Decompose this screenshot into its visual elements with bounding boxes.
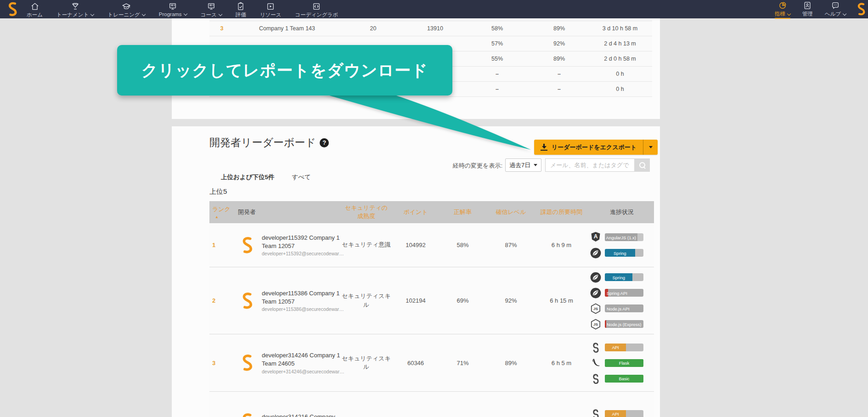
column-header-time[interactable]: 課題の所要時間	[535, 208, 588, 216]
scw-logo-icon[interactable]	[5, 1, 20, 17]
leaderboard-header-row: ランク ▲ 開発者 セキュリティの成熟度 ポイント 正解率 確信レベル 課題の所…	[209, 201, 654, 223]
developer-email: developer+115392@securecodewar…	[262, 251, 344, 256]
nav-item-admin[interactable]: 管理	[802, 0, 813, 19]
user-avatar[interactable]	[854, 2, 868, 17]
nav-item-training[interactable]: トレーニング	[107, 0, 145, 18]
resources-icon	[266, 2, 275, 11]
period-filter-label: 経時の変更を表示:	[401, 162, 502, 170]
tournament-icon	[71, 2, 80, 11]
search-input[interactable]	[545, 158, 634, 172]
progress-pill: Spring	[605, 249, 643, 257]
nav-item-courses[interactable]: コース	[201, 0, 222, 18]
nav-item-coding-labs[interactable]: コーディングラボ	[295, 0, 338, 18]
python-icon	[590, 408, 602, 417]
progress-badge: Basic	[590, 371, 654, 386]
maturity-cell: セキュリティ意識	[340, 241, 393, 249]
time-cell: 6 h 5 m	[535, 360, 588, 366]
progress-badge: JS Node.js API	[590, 301, 654, 316]
spring-icon	[590, 247, 602, 259]
nav-item-home[interactable]: ホーム	[27, 0, 43, 18]
tooltip-callout: クリックしてレポートをダウンロード	[117, 45, 452, 96]
progress-badge: API	[590, 339, 654, 355]
nav-item-programs[interactable]: Programs	[159, 0, 187, 18]
section-label-top5: 上位5	[209, 187, 227, 196]
developer-name: developer115386 Company 1	[262, 289, 344, 298]
column-header-points[interactable]: ポイント	[393, 208, 439, 216]
period-select[interactable]: 過去7日	[505, 158, 541, 172]
confidence-cell: 87%	[487, 242, 535, 248]
leaderboard-tabs: 上位および下位5件 すべて	[221, 173, 311, 181]
nodejs-icon: JS	[590, 303, 602, 315]
help-icon	[831, 1, 840, 10]
nav-item-help[interactable]: ヘルプ	[825, 0, 846, 19]
tooltip-pointer	[312, 90, 542, 158]
developer-leaderboard-card: 開発者リーダーボード ? リーダーボードをエクスポート 経時の変更を表示: 過去…	[172, 126, 660, 417]
column-header-developer[interactable]: 開発者	[234, 208, 340, 216]
nav-item-tournament[interactable]: トーナメント	[56, 0, 94, 18]
team-time-cell: 0 h	[588, 71, 652, 77]
export-leaderboard-split-button: リーダーボードをエクスポート	[534, 140, 658, 155]
export-leaderboard-button[interactable]: リーダーボードをエクスポート	[534, 140, 643, 155]
column-header-confidence[interactable]: 確信レベル	[487, 208, 535, 216]
accuracy-cell: 58%	[439, 242, 487, 248]
team-time-cell: 2 d 0 h 58 m	[588, 56, 652, 62]
nav-item-label: トレーニング	[107, 11, 140, 18]
nav-item-assessments[interactable]: 評価	[236, 0, 246, 18]
developer-name: developer314246 Company 1	[262, 351, 344, 360]
progress-cell: API	[588, 406, 654, 417]
leaderboard-row: 3 developer314246 Company 1 Team 24605 d…	[209, 334, 654, 392]
chevron-down-icon	[90, 12, 94, 16]
team-confidence-cell: 92%	[530, 40, 588, 47]
programs-icon	[168, 2, 177, 11]
search-icon	[639, 162, 645, 168]
team-accuracy-cell: 55%	[464, 56, 530, 62]
progress-pill: API	[605, 344, 643, 351]
maturity-cell: セキュリティスキル	[340, 292, 393, 309]
chevron-down-icon	[183, 11, 187, 15]
progress-pill: Basic	[605, 375, 643, 383]
progress-pill: Node.js API	[605, 304, 643, 312]
progress-pill: Node.js (Express)	[605, 320, 643, 328]
tab-all[interactable]: すべて	[292, 173, 310, 181]
team-rank-cell: 3	[209, 25, 234, 32]
nav-item-label: 指標	[775, 11, 785, 17]
leaderboard-row: 2 developer115386 Company 1 Team 12057 d…	[209, 267, 654, 334]
tab-top-bottom-5[interactable]: 上位および下位5件	[221, 173, 274, 181]
spring-icon	[590, 287, 602, 299]
column-header-maturity[interactable]: セキュリティの成熟度	[340, 204, 393, 220]
angular-icon: A	[590, 231, 602, 243]
nav-item-label: コース	[201, 11, 217, 18]
column-header-progress[interactable]: 進捗状況	[588, 208, 654, 216]
spring-icon	[590, 271, 602, 283]
rank-cell: 1	[209, 242, 234, 248]
progress-pill: Spring	[605, 273, 643, 281]
courses-icon	[207, 2, 216, 11]
leaderboard-rows: 1 developer115392 Company 1 Team 12057 d…	[209, 223, 654, 417]
progress-pill: Flask	[605, 359, 643, 367]
column-header-accuracy[interactable]: 正解率	[439, 208, 487, 216]
leaderboard-table: ランク ▲ 開発者 セキュリティの成熟度 ポイント 正解率 確信レベル 課題の所…	[209, 201, 654, 417]
developer-cell: developer115386 Company 1 Team 12057 dev…	[234, 289, 340, 312]
scw-avatar	[238, 291, 256, 310]
developer-cell: developer115392 Company 1 Team 12057 dev…	[234, 234, 340, 256]
nav-item-metrics[interactable]: 指標	[775, 0, 790, 19]
team-points-cell: 13910	[406, 25, 464, 32]
progress-badge: Spring	[590, 245, 654, 261]
assessments-icon	[236, 2, 245, 11]
metrics-icon	[778, 1, 787, 10]
points-cell: 104992	[393, 242, 439, 248]
admin-icon	[803, 1, 812, 10]
nodejs-icon: JS	[590, 318, 602, 330]
confidence-cell: 89%	[487, 360, 535, 366]
column-header-rank[interactable]: ランク ▲	[209, 205, 234, 219]
svg-text:A: A	[594, 233, 598, 239]
coding-labs-icon	[312, 2, 321, 11]
search-button[interactable]	[634, 158, 650, 172]
nav-item-resources[interactable]: リソース	[260, 0, 282, 18]
points-cell: 60346	[393, 360, 439, 366]
team-players-cell: 20	[340, 25, 406, 32]
nav-item-label: Programs	[159, 11, 182, 17]
scw-avatar	[238, 236, 256, 255]
export-options-caret-button[interactable]	[643, 140, 658, 155]
team-confidence-cell: –	[530, 71, 588, 77]
